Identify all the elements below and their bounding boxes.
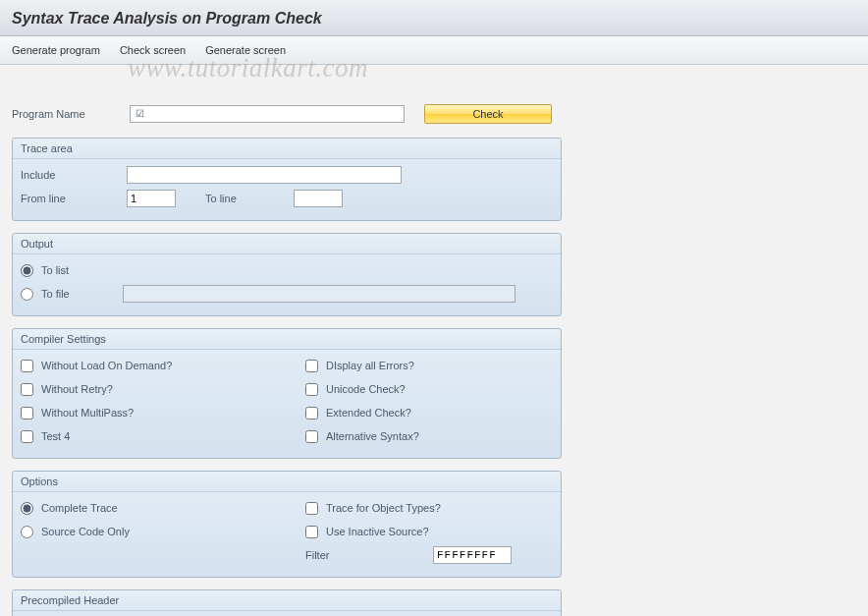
to-list-radio[interactable]: To list: [21, 264, 69, 277]
program-name-row: Program Name ☑ Check: [12, 104, 856, 124]
title-bar: Syntax Trace Analysis on Program Check: [0, 0, 868, 36]
test4-check[interactable]: Test 4: [21, 430, 70, 443]
test4-checkbox[interactable]: [21, 430, 33, 443]
app-toolbar: Generate program Check screen Generate s…: [0, 36, 868, 65]
complete-trace-radio-input[interactable]: [21, 502, 33, 515]
compiler-settings-title: Compiler Settings: [13, 329, 561, 350]
source-only-label: Source Code Only: [41, 526, 130, 537]
extended-check-checkbox[interactable]: [305, 407, 318, 420]
complete-trace-label: Complete Trace: [41, 502, 118, 514]
display-errors-label: DIsplay all Errors?: [326, 360, 414, 371]
display-errors-checkbox[interactable]: [305, 360, 318, 372]
check-button[interactable]: Check: [424, 104, 552, 124]
include-input[interactable]: [127, 166, 402, 184]
precompiled-header-group: Precompiled Header Default Ignore Use: [12, 589, 562, 616]
source-only-radio-input[interactable]: [21, 526, 33, 538]
to-line-input[interactable]: [294, 190, 343, 207]
complete-trace-radio[interactable]: Complete Trace: [21, 502, 118, 515]
unicode-check-check[interactable]: Unicode Check?: [305, 383, 406, 396]
display-errors-check[interactable]: DIsplay all Errors?: [305, 360, 414, 372]
to-list-label: To list: [41, 264, 69, 276]
from-line-input[interactable]: [127, 190, 176, 207]
to-file-radio-input[interactable]: [21, 288, 33, 301]
generate-program-button[interactable]: Generate program: [12, 42, 100, 58]
generate-screen-button[interactable]: Generate screen: [205, 42, 286, 58]
extended-check-label: Extended Check?: [326, 407, 411, 419]
page-title: Syntax Trace Analysis on Program Check: [12, 10, 322, 27]
compiler-settings-group: Compiler Settings Without Load On Demand…: [12, 328, 562, 459]
to-line-label: To line: [205, 193, 294, 204]
without-multi-check[interactable]: Without MultiPass?: [21, 407, 134, 420]
trace-area-title: Trace area: [13, 139, 561, 159]
unicode-check-checkbox[interactable]: [305, 383, 318, 396]
output-group: Output To list To file: [12, 233, 562, 316]
to-file-radio[interactable]: To file: [21, 288, 123, 301]
precompiled-header-title: Precompiled Header: [13, 590, 561, 611]
without-load-label: Without Load On Demand?: [41, 360, 172, 371]
without-load-check[interactable]: Without Load On Demand?: [21, 360, 172, 372]
required-icon: ☑: [134, 108, 145, 120]
alt-syntax-label: Alternative Syntax?: [326, 430, 419, 442]
trace-obj-checkbox[interactable]: [305, 502, 318, 515]
to-file-input: [123, 285, 515, 303]
filter-label: Filter: [305, 549, 433, 561]
to-file-label: To file: [41, 288, 70, 300]
from-line-label: From line: [21, 193, 127, 204]
alt-syntax-checkbox[interactable]: [305, 430, 318, 443]
trace-obj-check[interactable]: Trace for Object Types?: [305, 502, 441, 515]
without-retry-checkbox[interactable]: [21, 383, 33, 396]
filter-input[interactable]: [433, 546, 512, 564]
content-area: www.tutorialkart.com Program Name ☑ Chec…: [0, 65, 868, 616]
inactive-label: Use Inactive Source?: [326, 526, 429, 537]
unicode-check-label: Unicode Check?: [326, 383, 406, 395]
source-only-radio[interactable]: Source Code Only: [21, 526, 130, 538]
inactive-check[interactable]: Use Inactive Source?: [305, 526, 429, 538]
trace-obj-label: Trace for Object Types?: [326, 502, 441, 514]
to-list-radio-input[interactable]: [21, 264, 33, 277]
program-name-input[interactable]: [147, 106, 404, 122]
without-multi-checkbox[interactable]: [21, 407, 33, 420]
without-load-checkbox[interactable]: [21, 360, 33, 372]
output-title: Output: [13, 234, 561, 254]
extended-check-check[interactable]: Extended Check?: [305, 407, 411, 420]
without-multi-label: Without MultiPass?: [41, 407, 134, 419]
program-name-input-wrap[interactable]: ☑: [130, 105, 405, 123]
check-screen-button[interactable]: Check screen: [120, 42, 186, 58]
alt-syntax-check[interactable]: Alternative Syntax?: [305, 430, 419, 443]
options-title: Options: [13, 472, 561, 492]
include-label: Include: [21, 169, 127, 181]
without-retry-label: Without Retry?: [41, 383, 113, 395]
program-name-label: Program Name: [12, 108, 130, 120]
trace-area-group: Trace area Include From line To line: [12, 138, 562, 221]
inactive-checkbox[interactable]: [305, 526, 318, 538]
without-retry-check[interactable]: Without Retry?: [21, 383, 113, 396]
test4-label: Test 4: [41, 430, 70, 442]
options-group: Options Complete Trace Source Code Only …: [12, 471, 562, 578]
